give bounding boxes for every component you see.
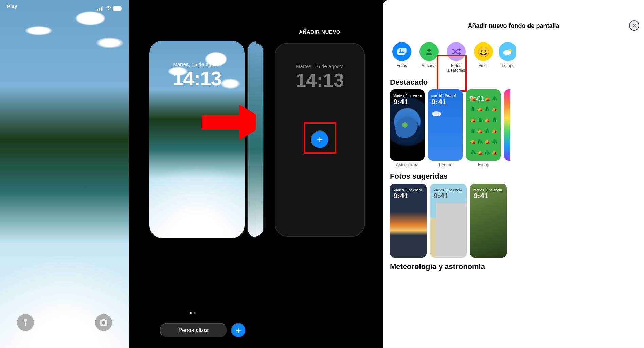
lock-screen: Play Martes, 16 de agosto 14:13 Desliza … <box>0 0 129 348</box>
prev-wallpaper-sliver[interactable] <box>256 43 264 237</box>
category-photos[interactable]: Fotos <box>391 42 413 73</box>
add-wallpaper-sheet: Añadir nuevo fondo de pantalla ✕ Fotos P… <box>383 0 644 348</box>
dot-2[interactable] <box>194 312 196 314</box>
page-dots <box>129 312 256 314</box>
svg-point-13 <box>427 49 431 52</box>
featured-heading: Destacado <box>390 78 637 87</box>
card-time: 9:41 <box>393 98 408 106</box>
featured-item-astronomy[interactable]: Martes, 9 de enero 9:41 Astronomía <box>390 89 425 167</box>
featured-item-weather[interactable]: mar 16 · Poznań 9:41 Tiempo <box>428 89 463 167</box>
personalize-label: Personalizar <box>179 327 209 333</box>
status-icons <box>97 3 122 14</box>
placeholder-time: 14:13 <box>275 69 364 91</box>
expand-handle[interactable] <box>110 10 122 10</box>
suggested-photo-3[interactable]: Martes, 9 de enero 9:41 <box>470 184 507 258</box>
svg-point-17 <box>503 50 511 55</box>
card-time: 9:41 <box>473 192 488 201</box>
sheet-body: Fotos Personas Fotos aleatorias 😀 E <box>383 20 644 348</box>
suggested-heading: Fotos sugeridas <box>390 172 637 181</box>
category-row: Fotos Personas Fotos aleatorias 😀 E <box>390 42 637 73</box>
preview-time: 14:13 <box>149 67 245 90</box>
status-bar: Play <box>0 3 129 14</box>
highlight-shuffle-category <box>437 55 467 92</box>
add-wallpaper-fab[interactable]: + <box>231 323 246 338</box>
card-time: 9:41 <box>433 192 448 201</box>
category-label: Tiempo <box>501 63 515 73</box>
category-label: Fotos <box>397 63 407 73</box>
category-weather[interactable]: Tiempo <box>499 42 516 73</box>
svg-marker-14 <box>459 48 461 51</box>
featured-card-emoji: 9:41 ⛺🌲⛺🌲 🌲⛺🌲⛺ ⛺🌲⛺🌲 🌲⛺🌲⛺ ⛺🌲⛺🌲 🌲⛺🌲⛺ <box>466 89 501 161</box>
placeholder-date: Martes, 16 de agosto <box>275 63 364 69</box>
home-indicator[interactable] <box>44 344 85 345</box>
suggested-photo-2[interactable]: Martes, 9 de enero 9:41 <box>430 184 467 258</box>
wallpaper-editor: Martes, 16 de agosto 14:13 Personalizar … <box>129 0 256 348</box>
svg-rect-8 <box>102 319 105 321</box>
featured-card-astronomy: Martes, 9 de enero 9:41 <box>390 89 425 161</box>
featured-label: Emoji <box>466 162 501 167</box>
svg-point-12 <box>400 49 401 51</box>
photos-icon <box>392 42 411 61</box>
swipe-hint: Desliza hacia arriba para abrir <box>0 325 129 335</box>
add-new-title: AÑADIR NUEVO <box>256 29 383 35</box>
suggested-photo-1[interactable]: Martes, 9 de enero 9:41 <box>390 184 427 258</box>
featured-card-weather: mar 16 · Poznań 9:41 <box>428 89 463 161</box>
swipe-arrow-annotation <box>202 102 256 143</box>
people-icon <box>419 42 439 61</box>
featured-item-emoji[interactable]: 9:41 ⛺🌲⛺🌲 🌲⛺🌲⛺ ⛺🌲⛺🌲 🌲⛺🌲⛺ ⛺🌲⛺🌲 🌲⛺🌲⛺ Emoji <box>466 89 501 167</box>
category-emoji[interactable]: 😀 Emoji <box>472 42 495 73</box>
svg-rect-1 <box>99 8 100 11</box>
svg-rect-3 <box>102 6 103 11</box>
category-label: Emoji <box>478 63 488 73</box>
astro-heading: Meteorología y astronomía <box>390 262 637 271</box>
svg-marker-9 <box>202 105 256 140</box>
featured-more-sliver[interactable] <box>504 89 510 161</box>
svg-marker-15 <box>459 52 461 55</box>
card-time: 9:41 <box>393 192 408 201</box>
emoji-pattern: ⛺🌲⛺🌲 🌲⛺🌲⛺ ⛺🌲⛺🌲 🌲⛺🌲⛺ ⛺🌲⛺🌲 🌲⛺🌲⛺ <box>470 93 497 157</box>
add-new-slot: AÑADIR NUEVO Martes, 16 de agosto 14:13 … <box>256 0 383 348</box>
emoji-icon: 😀 <box>474 42 493 61</box>
svg-rect-2 <box>101 7 102 11</box>
signal-icon <box>97 6 103 11</box>
featured-label: Tiempo <box>428 162 463 167</box>
svg-point-7 <box>102 321 105 325</box>
redacted-area <box>436 203 467 258</box>
featured-row: Martes, 9 de enero 9:41 Astronomía mar 1… <box>390 89 637 167</box>
water-spray <box>149 156 245 238</box>
weather-icon <box>499 42 516 61</box>
svg-rect-5 <box>121 8 122 10</box>
personalize-button[interactable]: Personalizar <box>160 323 228 338</box>
category-label: Personas <box>421 63 438 73</box>
featured-label: Astronomía <box>390 162 425 167</box>
plus-icon: + <box>236 325 241 336</box>
wallpaper <box>0 0 129 348</box>
card-time: 9:41 <box>431 98 446 106</box>
preview-date: Martes, 16 de agosto <box>149 61 245 67</box>
svg-rect-0 <box>97 9 98 11</box>
cloud-icon <box>431 110 442 117</box>
suggested-row: Martes, 9 de enero 9:41 Martes, 9 de ene… <box>390 184 637 258</box>
highlight-add-button <box>304 122 336 154</box>
svg-point-18 <box>432 111 441 116</box>
carrier-label: Play <box>7 3 17 14</box>
dot-1[interactable] <box>190 312 192 314</box>
